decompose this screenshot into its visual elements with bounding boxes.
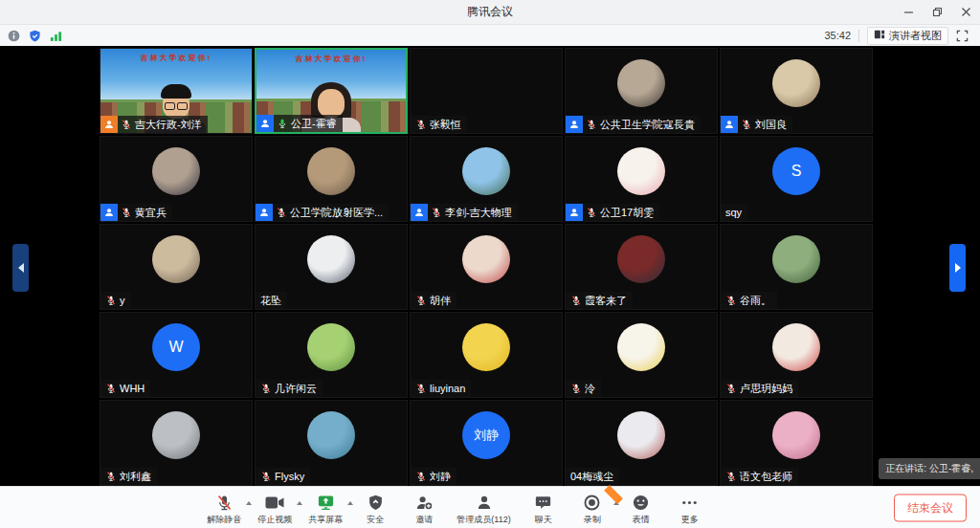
participant-label: 刘利鑫 — [100, 468, 157, 485]
toolbar-members-button[interactable]: 管理成员(112) — [457, 494, 510, 526]
toolbar-items: 解除静音停止视频共享屏幕安全邀请管理成员(112)聊天录制表情更多 — [207, 490, 772, 526]
participant-tile[interactable]: 公共卫生学院寇長貴 — [565, 48, 718, 134]
camera-icon — [265, 494, 284, 512]
participant-name: 刘国良 — [755, 116, 787, 133]
participant-tile[interactable]: Flysky — [255, 400, 408, 486]
participant-tile[interactable]: 几许闲云 — [255, 312, 408, 398]
avatar — [772, 411, 820, 459]
mic-muted-icon — [121, 207, 132, 218]
mic-muted-icon — [260, 383, 272, 394]
mic-muted-icon — [276, 207, 287, 218]
mic-muted-icon — [586, 119, 597, 130]
mic-muted-icon — [415, 119, 427, 130]
participant-tile[interactable]: liuyinan — [410, 312, 563, 398]
topbar-divider — [858, 30, 859, 42]
window-controls — [894, 0, 980, 24]
toolbar-more-button[interactable]: 更多 — [674, 494, 706, 526]
participant-tile[interactable]: 吉林大学欢迎你!公卫-霍睿 — [255, 48, 408, 134]
participant-tile[interactable]: 刘静刘静 — [410, 400, 563, 486]
avatar — [307, 411, 355, 459]
speaking-status: 正在讲话: 公卫-霍睿, — [879, 458, 980, 479]
titlebar: 腾讯会议 — [0, 0, 980, 25]
expand-caret-icon[interactable] — [246, 501, 252, 505]
toolbar-label: 管理成员(112) — [457, 514, 510, 526]
avatar — [307, 147, 355, 195]
toolbar-security-button[interactable]: 安全 — [359, 494, 391, 526]
avatar — [772, 235, 820, 283]
virtual-bg-text: 吉林大学欢迎你! — [256, 54, 406, 64]
mic-active-icon — [277, 118, 288, 129]
participant-label: 几许闲云 — [256, 380, 323, 397]
expand-caret-icon[interactable] — [297, 501, 302, 505]
participant-name: Flysky — [275, 468, 304, 485]
participant-label: 公卫17胡雯 — [566, 204, 659, 221]
toolbar-share-screen-button[interactable]: 共享屏幕 — [308, 494, 343, 526]
speaker-view-button[interactable]: 演讲者视图 — [867, 27, 948, 45]
participant-tile[interactable]: 胡伴 — [410, 224, 563, 310]
participant-tile[interactable]: 刘利鑫 — [100, 400, 253, 486]
mic-muted-icon — [415, 295, 427, 306]
next-page-button[interactable] — [949, 244, 966, 292]
prev-page-button[interactable] — [12, 244, 29, 292]
avatar — [617, 411, 665, 459]
participant-tile[interactable]: 谷雨。 — [720, 224, 873, 310]
participant-label: 胡伴 — [411, 292, 457, 309]
shield-icon[interactable] — [29, 30, 41, 42]
participant-tile[interactable]: 公卫17胡雯 — [565, 136, 718, 222]
participant-tile[interactable]: 李剑-吉大物理 — [410, 136, 563, 222]
participant-tile[interactable]: Ssqy — [720, 136, 873, 222]
more-icon — [680, 494, 699, 512]
invite-icon — [415, 494, 434, 512]
toolbar-label: 更多 — [681, 514, 699, 526]
toolbar-label: 停止视频 — [257, 514, 292, 526]
participant-tile[interactable]: WWHH — [100, 312, 253, 398]
participant-name: 胡伴 — [430, 292, 451, 309]
participant-name: liuyinan — [430, 380, 465, 397]
toolbar-camera-button[interactable]: 停止视频 — [257, 494, 292, 526]
toolbar-label: 共享屏幕 — [308, 514, 343, 526]
expand-caret-icon[interactable] — [347, 501, 353, 505]
toolbar-mic-muted-button[interactable]: 解除静音 — [207, 494, 241, 526]
participant-label: 公共卫生学院寇長貴 — [566, 116, 701, 133]
participant-name: 黄宜兵 — [135, 204, 167, 221]
toolbar-chat-button[interactable]: 聊天 — [527, 494, 560, 526]
avatar — [462, 235, 510, 283]
participant-tile[interactable]: 公卫学院放射医学... — [255, 136, 408, 222]
mic-muted-icon — [415, 471, 427, 482]
participant-name: 谷雨。 — [740, 292, 771, 309]
participant-tile[interactable]: 语文包老师 — [720, 400, 873, 486]
participant-tile[interactable]: 卢思玥妈妈 — [720, 312, 873, 398]
restore-icon[interactable] — [923, 0, 951, 24]
toolbar-record-button[interactable]: 录制 — [576, 494, 609, 526]
chevron-right-icon — [955, 263, 961, 273]
participant-tile[interactable]: 霞客来了 — [565, 224, 718, 310]
participant-name: 泠 — [585, 380, 595, 397]
signal-icon[interactable] — [50, 30, 62, 42]
participant-tile[interactable]: 张毅恒 — [410, 48, 563, 134]
glasses — [164, 102, 189, 109]
participant-label: y — [100, 292, 131, 309]
participant-tile[interactable]: 04梅彧尘 — [565, 400, 718, 486]
participant-tile[interactable]: 黄宜兵 — [100, 136, 253, 222]
participant-tile[interactable]: 花坠 — [255, 224, 408, 310]
participant-label: 李剑-吉大物理 — [411, 204, 518, 221]
participant-label: 张毅恒 — [411, 116, 467, 133]
participant-name: 公共卫生学院寇長貴 — [600, 116, 695, 133]
meeting-timer: 35:42 — [824, 30, 851, 41]
toolbar-emoji-button[interactable]: 表情 — [625, 494, 657, 526]
participant-tile[interactable]: 吉林大学欢迎你!吉大行政-刘洋 — [100, 48, 253, 134]
mic-muted-icon — [260, 471, 272, 482]
participant-tile[interactable]: y — [100, 224, 253, 310]
meeting-topbar-right: 35:42 演讲者视图 — [824, 27, 972, 45]
toolbar-invite-button[interactable]: 邀请 — [408, 494, 440, 526]
participant-tile[interactable]: 泠 — [565, 312, 718, 398]
participant-label: 吉大行政-刘洋 — [100, 116, 208, 133]
mic-muted-icon — [586, 207, 597, 218]
participant-tile[interactable]: 刘国良 — [720, 48, 873, 134]
fullscreen-icon[interactable] — [956, 30, 969, 42]
participant-label: 谷雨。 — [721, 292, 777, 309]
close-icon[interactable] — [951, 0, 980, 24]
info-icon[interactable] — [8, 30, 20, 42]
minimize-icon[interactable] — [894, 0, 923, 24]
end-meeting-button[interactable]: 结束会议 — [894, 494, 967, 521]
